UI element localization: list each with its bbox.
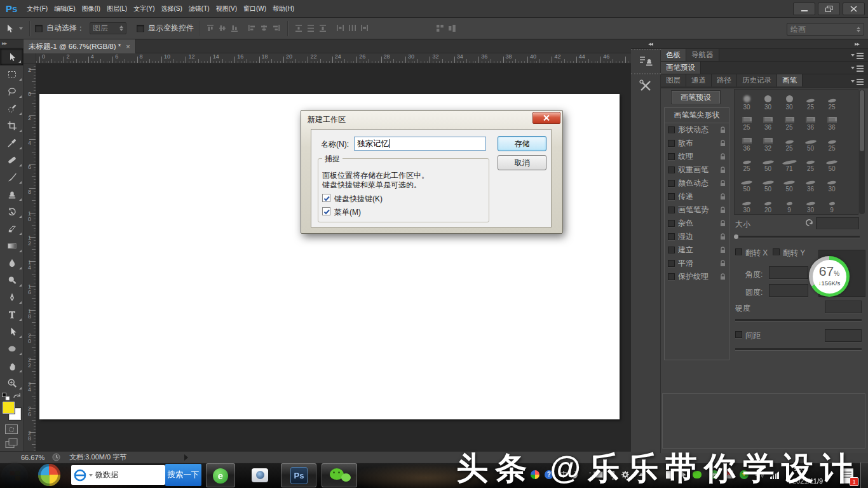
align-top-icon[interactable] <box>205 24 217 33</box>
brush-tool[interactable] <box>0 168 24 186</box>
size-input[interactable] <box>816 217 859 229</box>
panel-tab[interactable]: 导航器 <box>686 49 719 61</box>
brush-tip-cell[interactable]: 50 <box>801 133 821 152</box>
brush-tip-cell[interactable]: 20 <box>758 194 778 214</box>
brush-option-row[interactable]: 保护纹理 <box>665 270 729 283</box>
spot-healing-brush-tool[interactable] <box>0 151 24 168</box>
flip-y-checkbox[interactable] <box>773 248 780 255</box>
brush-tip-cell[interactable]: 30 <box>822 173 842 193</box>
brush-tip-cell[interactable]: 50 <box>758 173 778 193</box>
restore-button[interactable] <box>818 3 840 15</box>
align-left-icon[interactable] <box>246 24 258 33</box>
menu-item[interactable]: 文字(Y) <box>130 0 158 17</box>
keyboard-shortcuts-checkbox[interactable] <box>322 194 330 202</box>
auto-align-icon[interactable] <box>434 24 446 33</box>
align-hcenter-icon[interactable] <box>258 24 270 33</box>
panel-tab[interactable]: 色板 <box>661 49 686 61</box>
option-checkbox[interactable] <box>668 260 675 267</box>
brush-option-row[interactable]: 颜色动态 <box>665 177 729 190</box>
menu-item[interactable]: 窗口(W) <box>240 0 269 17</box>
toolbar-collapse[interactable]: ▸▸ <box>0 39 23 48</box>
brush-tip-cell[interactable]: 36 <box>801 112 821 131</box>
status-menu-arrow[interactable] <box>184 454 189 461</box>
history-brush-tool[interactable] <box>0 203 24 220</box>
zoom-tool[interactable] <box>0 374 24 391</box>
tool-preset-arrow[interactable] <box>19 27 23 30</box>
brush-option-row[interactable]: 建立 <box>665 243 729 257</box>
quick-mask-button[interactable] <box>5 424 18 434</box>
menu-item[interactable]: 选择(S) <box>158 0 186 17</box>
brush-tip-cell[interactable]: 25 <box>736 153 757 172</box>
lasso-tool[interactable] <box>0 83 24 100</box>
option-checkbox[interactable] <box>668 193 675 200</box>
collapse-dock-icon[interactable]: ▸▸ <box>855 41 859 47</box>
brush-option-row[interactable]: 画笔笔势 <box>665 203 729 217</box>
brush-tip-cell[interactable]: 50 <box>779 173 799 193</box>
brush-tip-cell[interactable]: 25 <box>779 133 799 152</box>
eyedropper-tool[interactable] <box>0 134 24 151</box>
photoshop-taskbar-button[interactable]: Ps <box>281 463 316 487</box>
brush-tip-cell[interactable]: 9 <box>779 194 799 214</box>
dialog-close-button[interactable] <box>532 112 560 124</box>
hardness-input[interactable] <box>825 301 862 313</box>
panel-tab[interactable]: 历史记录 <box>737 74 777 86</box>
rectangular-marquee-tool[interactable] <box>0 65 24 83</box>
brush-option-row[interactable]: 湿边 <box>665 230 729 243</box>
brush-option-row[interactable]: 传递 <box>665 190 729 203</box>
minimize-button[interactable] <box>793 3 815 15</box>
gradient-tool[interactable] <box>0 237 24 254</box>
pen-tool[interactable] <box>0 288 24 306</box>
menu-item[interactable]: 帮助(H) <box>269 0 297 17</box>
close-button[interactable] <box>843 3 865 15</box>
type-tool[interactable] <box>0 306 24 323</box>
panel-menu-icon[interactable] <box>851 65 865 72</box>
default-colors-icon[interactable] <box>2 393 10 400</box>
panel-tab[interactable]: 画笔 <box>777 74 803 86</box>
brush-tip-cell[interactable]: 30 <box>758 92 778 111</box>
eraser-tool[interactable] <box>0 220 24 237</box>
brush-tip-cell[interactable]: 50 <box>736 173 757 193</box>
brush-tip-cell[interactable]: 30 <box>736 92 757 111</box>
pinwheel-app-icon[interactable] <box>38 464 60 488</box>
document-tab[interactable]: 未标题-1 @ 66.7%(RGB/8) * × <box>24 39 136 53</box>
brush-tip-cell[interactable]: 30 <box>779 92 799 111</box>
brush-tip-cell[interactable]: 25 <box>822 92 842 111</box>
brush-tip-shape-item[interactable]: 画笔笔尖形状 <box>665 108 729 123</box>
menu-item[interactable]: 编辑(E) <box>51 0 78 17</box>
browser360-taskbar-button[interactable]: e <box>206 463 235 487</box>
brush-presets-button[interactable]: 画笔预设 <box>672 91 720 104</box>
option-checkbox[interactable] <box>668 180 675 187</box>
brush-tip-cell[interactable]: 71 <box>779 153 799 172</box>
option-checkbox[interactable] <box>668 126 675 133</box>
menu-item[interactable]: 图层(L) <box>104 0 130 17</box>
brush-tip-cell[interactable]: 50 <box>822 153 842 172</box>
distribute-left-icon[interactable] <box>334 24 346 33</box>
move-tool[interactable] <box>0 48 24 65</box>
panel-tab[interactable]: 路径 <box>712 74 737 86</box>
brush-option-row[interactable]: 散布 <box>665 137 729 150</box>
cancel-button[interactable]: 取消 <box>498 155 546 170</box>
brush-tip-cell[interactable]: 36 <box>736 133 757 152</box>
spacing-checkbox[interactable] <box>735 331 742 338</box>
crop-tool[interactable] <box>0 117 24 134</box>
expand-dock-icon[interactable]: ◂◂ <box>648 41 653 47</box>
search-button[interactable]: 搜索一下 <box>165 464 201 486</box>
brush-tip-cell[interactable]: 32 <box>758 133 778 152</box>
angle-input[interactable] <box>769 266 808 279</box>
distribute-vcenter-icon[interactable] <box>305 24 317 33</box>
option-checkbox[interactable] <box>668 220 675 227</box>
foreground-color-swatch[interactable] <box>3 402 15 414</box>
quick-selection-tool[interactable] <box>0 100 24 117</box>
distribute-top-icon[interactable] <box>293 24 305 33</box>
size-slider[interactable] <box>735 236 860 238</box>
brush-tips-grid[interactable]: 3030302525253625363636322550252550712550… <box>734 89 858 215</box>
brush-tip-cell[interactable]: 30 <box>801 194 821 214</box>
menu-item[interactable]: 图像(I) <box>78 0 103 17</box>
menus-checkbox[interactable] <box>322 207 330 215</box>
screen-mode-button[interactable] <box>5 438 18 449</box>
option-checkbox[interactable] <box>668 233 675 240</box>
brush-option-row[interactable]: 平滑 <box>665 257 729 270</box>
ellipse-shape-tool[interactable] <box>0 340 24 357</box>
brush-option-row[interactable]: 双重画笔 <box>665 163 729 177</box>
panel-menu-icon[interactable] <box>851 52 865 59</box>
